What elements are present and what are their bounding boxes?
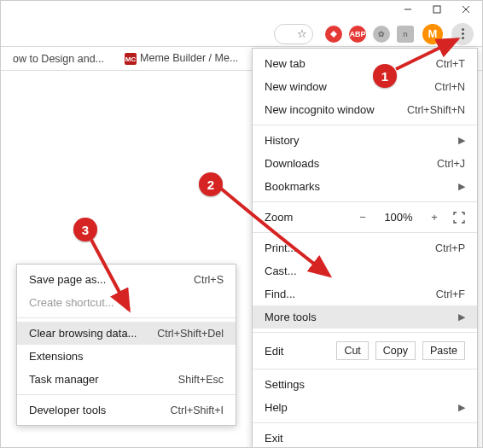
chrome-menu-button[interactable] — [451, 23, 474, 45]
more-tools-submenu: Save page as... Ctrl+S Create shortcut..… — [16, 264, 236, 426]
bookmark-star-icon[interactable]: ☆ — [297, 27, 307, 40]
menu-shortcut: Ctrl+Shift+I — [170, 404, 224, 416]
menu-shortcut: Ctrl+F — [436, 288, 465, 300]
menu-shortcut: Ctrl+Shift+N — [407, 104, 465, 116]
menu-label: Print... — [265, 241, 297, 254]
submenu-developer-tools[interactable]: Developer tools Ctrl+Shift+I — [17, 399, 236, 422]
window-minimize[interactable] — [404, 3, 412, 16]
menu-label: Extensions — [29, 350, 84, 363]
menu-edit: Edit Cut Copy Paste — [253, 336, 477, 365]
menu-label: Save page as... — [29, 273, 106, 286]
extension-icon[interactable]: ✿ — [373, 26, 390, 43]
kebab-icon — [462, 28, 464, 39]
menu-label: More tools — [265, 311, 317, 323]
edit-copy-button[interactable]: Copy — [375, 341, 416, 360]
menu-new-incognito[interactable]: New incognito window Ctrl+Shift+N — [253, 98, 477, 121]
menu-separator — [253, 201, 477, 202]
menu-separator — [253, 332, 477, 333]
extension-icon[interactable] — [325, 26, 342, 43]
edit-paste-button[interactable]: Paste — [422, 341, 465, 360]
address-bar-end[interactable]: ☆ — [274, 24, 313, 44]
menu-label: Bookmarks — [265, 180, 320, 193]
menu-shortcut: Ctrl+P — [435, 242, 465, 254]
menu-zoom: Zoom − 100% + — [253, 206, 477, 229]
tab[interactable]: MCMeme Builder / Me... — [119, 49, 243, 69]
menu-label: Developer tools — [29, 404, 106, 416]
menu-help[interactable]: Help ▶ — [253, 396, 477, 419]
zoom-value: 100% — [381, 211, 416, 224]
chevron-right-icon: ▶ — [458, 135, 465, 146]
toolbar: ☆ ABP ✿ n M — [1, 21, 482, 47]
zoom-out-button[interactable]: − — [356, 211, 370, 224]
menu-shortcut: Ctrl+T — [436, 58, 465, 70]
svg-rect-1 — [434, 6, 440, 13]
annotation-number: 3 — [82, 223, 89, 237]
menu-print[interactable]: Print... Ctrl+P — [253, 236, 477, 259]
zoom-in-button[interactable]: + — [428, 211, 441, 224]
menu-label: History — [265, 134, 299, 147]
menu-label: New tab — [265, 57, 306, 70]
edit-cut-button[interactable]: Cut — [336, 341, 368, 360]
menu-separator — [17, 317, 236, 318]
annotation-number: 2 — [207, 177, 214, 192]
menu-history[interactable]: History ▶ — [253, 129, 477, 152]
menu-separator — [253, 232, 477, 233]
menu-label: Clear browsing data... — [29, 327, 137, 340]
tab[interactable]: ow to Design and... — [8, 49, 109, 68]
annotation-bubble-3: 3 — [73, 218, 97, 241]
menu-new-window[interactable]: New window Ctrl+N — [253, 75, 477, 98]
menu-label: Create shortcut... — [29, 296, 114, 309]
menu-label: Downloads — [265, 157, 319, 170]
menu-shortcut: Shift+Esc — [178, 374, 224, 386]
menu-shortcut: Ctrl+S — [194, 274, 224, 286]
tab-title: ow to Design and... — [13, 53, 104, 65]
menu-label: Zoom — [265, 211, 344, 224]
chevron-right-icon: ▶ — [458, 402, 465, 413]
window-maximize[interactable] — [433, 3, 441, 16]
profile-avatar[interactable]: M — [422, 24, 443, 44]
tab-title: Meme Builder / Me... — [140, 52, 238, 64]
menu-label: Find... — [265, 288, 295, 300]
menu-label: Help — [265, 401, 288, 414]
submenu-save-page[interactable]: Save page as... Ctrl+S — [17, 268, 236, 291]
chrome-main-menu: New tab Ctrl+T New window Ctrl+N New inc… — [252, 48, 478, 448]
menu-label: Exit — [265, 432, 283, 445]
avatar-letter: M — [428, 27, 438, 40]
menu-label: New window — [265, 80, 327, 93]
menu-find[interactable]: Find... Ctrl+F — [253, 282, 477, 305]
menu-separator — [253, 125, 477, 125]
menu-separator — [17, 394, 236, 395]
extension-icon-abp[interactable]: ABP — [349, 26, 366, 43]
window-close[interactable] — [462, 3, 470, 16]
menu-bookmarks[interactable]: Bookmarks ▶ — [253, 175, 477, 198]
menu-separator — [253, 422, 477, 423]
extension-icon[interactable]: n — [397, 26, 414, 43]
menu-shortcut: Ctrl+J — [437, 158, 465, 170]
submenu-extensions[interactable]: Extensions — [17, 345, 236, 368]
menu-label: Settings — [265, 378, 305, 391]
menu-label: New incognito window — [265, 103, 375, 116]
fullscreen-icon[interactable] — [453, 212, 465, 224]
menu-settings[interactable]: Settings — [253, 373, 477, 396]
chevron-right-icon: ▶ — [458, 181, 465, 192]
annotation-bubble-2: 2 — [199, 172, 223, 196]
menu-separator — [253, 369, 477, 369]
chevron-right-icon: ▶ — [458, 311, 465, 323]
menu-more-tools[interactable]: More tools ▶ — [253, 305, 477, 329]
menu-exit[interactable]: Exit — [253, 427, 477, 448]
menu-label: Edit — [265, 345, 329, 358]
menu-downloads[interactable]: Downloads Ctrl+J — [253, 152, 477, 175]
menu-cast[interactable]: Cast... — [253, 259, 477, 282]
submenu-clear-browsing-data[interactable]: Clear browsing data... Ctrl+Shift+Del — [17, 322, 236, 345]
submenu-create-shortcut[interactable]: Create shortcut... — [17, 291, 236, 314]
tab-favicon: MC — [125, 53, 137, 65]
menu-new-tab[interactable]: New tab Ctrl+T — [253, 52, 477, 75]
menu-shortcut: Ctrl+Shift+Del — [157, 328, 224, 340]
menu-label: Cast... — [265, 265, 297, 277]
submenu-task-manager[interactable]: Task manager Shift+Esc — [17, 368, 236, 391]
annotation-number: 1 — [381, 69, 388, 84]
menu-shortcut: Ctrl+N — [434, 81, 465, 93]
annotation-bubble-1: 1 — [373, 64, 397, 88]
menu-label: Task manager — [29, 373, 99, 386]
